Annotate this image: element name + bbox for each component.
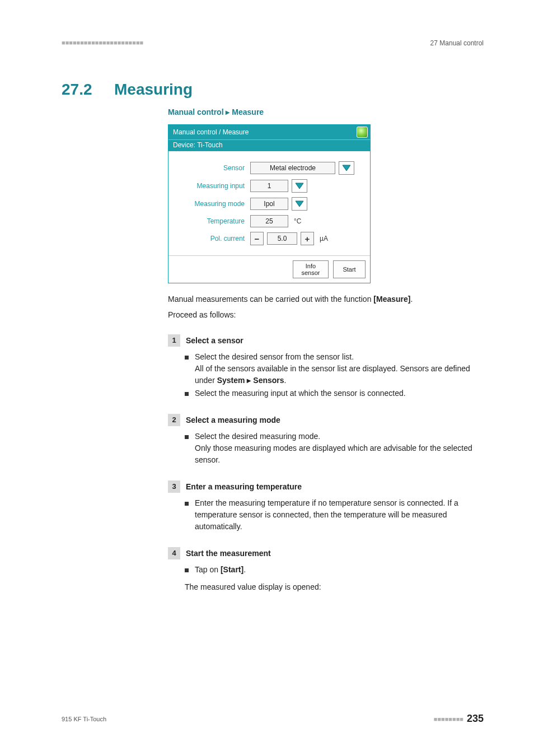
- panel-title: Manual control / Measure: [173, 128, 249, 136]
- pol-current-decrement[interactable]: −: [250, 232, 264, 245]
- svg-marker-0: [343, 165, 350, 171]
- step-title: Select a measuring mode: [186, 416, 280, 424]
- svg-marker-1: [296, 183, 303, 189]
- sensor-dropdown[interactable]: [339, 161, 354, 175]
- chapter-reference: 27 Manual control: [430, 39, 484, 47]
- start-button[interactable]: Start: [333, 260, 366, 278]
- chevron-down-icon: [295, 183, 304, 189]
- step: 3Enter a measuring temperatureEnter the …: [168, 480, 484, 533]
- intro-paragraph-1: Manual measurements can be carried out w…: [168, 293, 484, 305]
- step-title: Start the measurement: [186, 549, 271, 558]
- info-sensor-button[interactable]: Info sensor: [293, 260, 329, 278]
- pol-current-unit: µA: [317, 235, 328, 242]
- step-title: Select a sensor: [186, 336, 243, 345]
- panel-device-line: Device: Ti-Touch: [168, 139, 370, 151]
- measure-panel: Manual control / Measure Device: Ti-Touc…: [168, 124, 371, 283]
- measuring-input-dropdown[interactable]: [292, 179, 307, 193]
- step-bullet: Select the measuring input at which the …: [185, 388, 484, 399]
- svg-marker-2: [296, 201, 303, 207]
- status-led-icon: [357, 127, 368, 138]
- temperature-field[interactable]: 25: [250, 215, 288, 227]
- step: 2Select a measuring modeSelect the desir…: [168, 414, 484, 466]
- measuring-mode-dropdown[interactable]: [292, 197, 307, 211]
- measuring-mode-field[interactable]: Ipol: [250, 198, 288, 210]
- footer-device-name: 915 KF Ti-Touch: [62, 716, 106, 722]
- step-bullet: Select the desired measuring mode. Only …: [185, 431, 484, 466]
- step-number: 3: [168, 480, 180, 493]
- pol-current-increment[interactable]: +: [301, 232, 314, 245]
- section-title: Measuring: [114, 81, 193, 99]
- sensor-label: Sensor: [173, 164, 247, 172]
- measuring-input-label: Measuring input: [173, 182, 247, 190]
- step-after-text: The measured value display is opened:: [168, 581, 484, 593]
- step-number: 1: [168, 334, 180, 347]
- pol-current-field[interactable]: 5.0: [267, 232, 297, 245]
- step-number: 2: [168, 414, 180, 426]
- step-bullet: Select the desired sensor from the senso…: [185, 351, 484, 386]
- temperature-label: Temperature: [173, 217, 247, 225]
- measuring-mode-label: Measuring mode: [173, 200, 247, 208]
- header-ornament-left: ■■■■■■■■■■■■■■■■■■■■■■: [62, 39, 143, 47]
- step-number: 4: [168, 547, 180, 559]
- step-bullet: Enter the measuring temperature if no te…: [185, 497, 484, 533]
- footer-ornament-right: ■■■■■■■■: [434, 716, 463, 722]
- temperature-unit: °C: [292, 217, 301, 225]
- section-heading: 27.2 Measuring: [62, 81, 484, 99]
- chevron-down-icon: [342, 165, 351, 171]
- sensor-field[interactable]: Metal electrode: [250, 162, 335, 174]
- chevron-down-icon: [295, 200, 304, 207]
- section-number: 27.2: [62, 81, 101, 99]
- measuring-input-field[interactable]: 1: [250, 180, 288, 192]
- pol-current-label: Pol. current: [173, 235, 247, 242]
- step-bullet: Tap on [Start].: [185, 564, 484, 576]
- step: 1Select a sensorSelect the desired senso…: [168, 334, 484, 399]
- intro-paragraph-2: Proceed as follows:: [168, 309, 484, 320]
- page-number: 235: [467, 713, 484, 725]
- step-title: Enter a measuring temperature: [186, 482, 302, 491]
- step: 4Start the measurementTap on [Start].The…: [168, 547, 484, 593]
- breadcrumb: Manual control ▸ Measure: [168, 108, 484, 116]
